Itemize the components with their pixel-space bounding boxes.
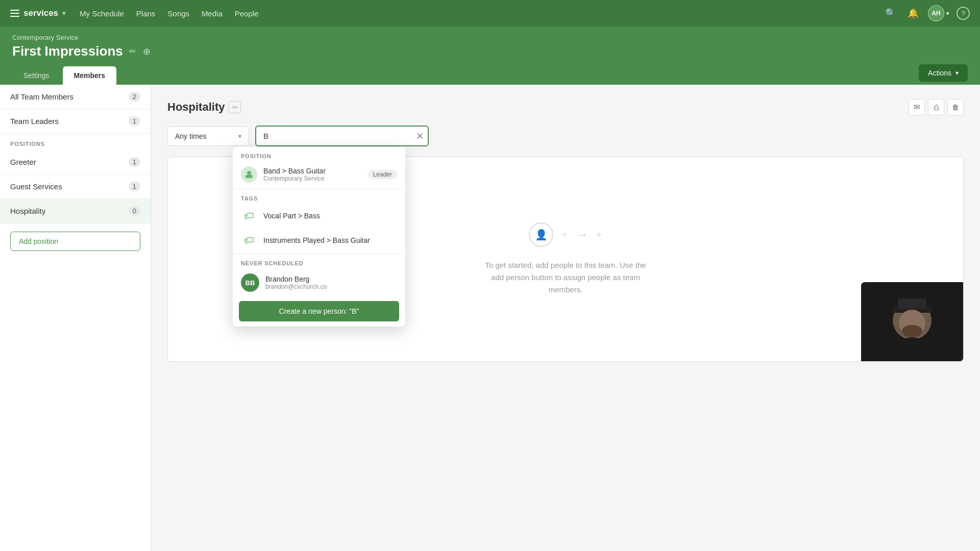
nav-link-people[interactable]: People: [235, 9, 259, 18]
brand-label: services: [23, 8, 58, 18]
plus-icon: +: [561, 229, 568, 241]
title-edit-icon-button[interactable]: ✏: [128, 45, 137, 57]
empty-state-icons: 👤 + → +: [529, 222, 602, 247]
never-scheduled-text: Brandon Berg brandon@cvchurch.co: [265, 275, 397, 290]
svg-point-5: [902, 325, 922, 337]
sidebar-item-hospitality[interactable]: Hospitality 0: [0, 199, 151, 223]
hospitality-badge: 0: [129, 206, 140, 216]
position-item-text: Band > Bass Guitar Contemporary Service: [263, 167, 362, 182]
arrow-right-icon: →: [576, 228, 588, 242]
actions-chevron-icon: ▾: [955, 69, 959, 77]
tab-settings[interactable]: Settings: [12, 66, 61, 85]
title-structure-icon-button[interactable]: ⊕: [142, 45, 152, 58]
guest-services-label: Guest Services: [10, 182, 62, 191]
position-item-sub: Contemporary Service: [263, 175, 362, 182]
time-filter-select[interactable]: Any times ▾: [167, 127, 249, 146]
search-container: ✕: [255, 126, 429, 146]
position-item-title: Band > Bass Guitar: [263, 167, 362, 175]
actions-button[interactable]: Actions ▾: [919, 64, 968, 82]
person-icon-circle: 👤: [529, 222, 553, 247]
tag-icon-1: 🏷: [241, 208, 257, 224]
help-icon-button[interactable]: ?: [957, 7, 970, 20]
empty-state-text: To get started, add people to this team.…: [479, 259, 652, 296]
create-person-button[interactable]: Create a new person: "B": [239, 301, 399, 321]
tag-icon-2: 🏷: [241, 232, 257, 248]
greeter-label: Greeter: [10, 158, 36, 166]
top-nav: services ▾ My Schedule Plans Songs Media…: [0, 0, 980, 27]
nav-brand[interactable]: services ▾: [10, 8, 65, 18]
main-layout: All Team Members 2 Team Leaders 1 POSITI…: [0, 85, 980, 551]
never-scheduled-name: Brandon Berg: [265, 275, 397, 283]
tabs-left: Settings Members: [12, 66, 116, 85]
sidebar-item-guest-services[interactable]: Guest Services 1: [0, 174, 151, 199]
all-team-badge: 2: [129, 92, 140, 102]
dropdown-divider-2: [233, 254, 405, 254]
search-icon-button[interactable]: 🔍: [883, 6, 898, 21]
actions-label: Actions: [928, 69, 951, 77]
search-dropdown: POSITION Band > Bass Guitar Contemporary…: [233, 147, 405, 327]
content-edit-icon: ✏: [229, 101, 241, 113]
content-action-buttons: ✉ ⎙ 🗑: [909, 99, 964, 115]
nav-link-songs[interactable]: Songs: [167, 9, 189, 18]
dropdown-tag-item-1[interactable]: 🏷 Vocal Part > Bass: [233, 204, 405, 228]
page-title-row: First Impressions ✏ ⊕: [12, 43, 968, 59]
content-header: Hospitality ✏ ✉ ⎙ 🗑: [167, 99, 964, 115]
sidebar-item-all-team[interactable]: All Team Members 2: [0, 85, 151, 109]
never-scheduled-avatar: BB: [241, 273, 259, 292]
plus-icon-2: +: [596, 229, 602, 241]
person-silhouette: [861, 282, 963, 361]
sidebar-item-team-leaders[interactable]: Team Leaders 1: [0, 109, 151, 134]
svg-point-7: [247, 171, 251, 175]
email-icon-button[interactable]: ✉: [909, 99, 925, 115]
team-leaders-badge: 1: [129, 116, 140, 126]
dropdown-tags-header: TAGS: [233, 190, 405, 204]
brand-chevron-icon: ▾: [62, 10, 65, 17]
svg-rect-3: [898, 298, 926, 309]
position-item-icon: [241, 166, 257, 183]
tab-members[interactable]: Members: [63, 66, 116, 85]
tabs-bar: Settings Members Actions ▾: [12, 64, 968, 85]
delete-icon-button[interactable]: 🗑: [947, 99, 964, 115]
sidebar-item-greeter[interactable]: Greeter 1: [0, 150, 151, 174]
header-band: Contemporary Service First Impressions ✏…: [0, 27, 980, 85]
filter-bar: Any times ▾ ✕: [167, 126, 964, 146]
dropdown-never-scheduled-header: NEVER SCHEDULED: [233, 255, 405, 268]
dropdown-divider-1: [233, 189, 405, 189]
dropdown-position-item[interactable]: Band > Bass Guitar Contemporary Service …: [233, 161, 405, 188]
dropdown-position-header: POSITION: [233, 147, 405, 161]
search-clear-button[interactable]: ✕: [416, 132, 424, 141]
avatar-chevron-icon: ▾: [946, 10, 949, 17]
nav-link-media[interactable]: Media: [202, 9, 223, 18]
dropdown-tag-item-2[interactable]: 🏷 Instruments Played > Bass Guitar: [233, 228, 405, 253]
nav-link-schedule[interactable]: My Schedule: [80, 9, 124, 18]
breadcrumb: Contemporary Service: [12, 34, 968, 41]
nav-link-plans[interactable]: Plans: [136, 9, 156, 18]
avatar: AH: [928, 5, 944, 21]
never-scheduled-email: brandon@cvchurch.co: [265, 283, 397, 290]
video-thumbnail: [861, 282, 963, 361]
bell-icon-button[interactable]: 🔔: [905, 6, 921, 21]
dropdown-never-scheduled-item[interactable]: BB Brandon Berg brandon@cvchurch.co: [233, 268, 405, 297]
print-icon-button[interactable]: ⎙: [928, 99, 944, 115]
nav-right-actions: 🔍 🔔 AH ▾ ?: [883, 5, 970, 21]
tag-item-2-label: Instruments Played > Bass Guitar: [263, 236, 370, 244]
content-edit-icon-button[interactable]: ✏: [229, 101, 241, 113]
video-inner: [861, 282, 963, 361]
add-position-button[interactable]: Add position: [10, 232, 140, 251]
position-item-badge: Leader: [368, 170, 397, 179]
nav-links: My Schedule Plans Songs Media People: [80, 9, 869, 18]
avatar-wrapper[interactable]: AH ▾: [928, 5, 949, 21]
sidebar: All Team Members 2 Team Leaders 1 POSITI…: [0, 85, 151, 551]
content-area: Hospitality ✏ ✉ ⎙ 🗑 Any times ▾ ✕: [151, 85, 980, 551]
svg-rect-8: [248, 175, 251, 178]
search-input[interactable]: [255, 126, 429, 146]
positions-section-label: POSITIONS: [0, 134, 151, 150]
tag-item-1-label: Vocal Part > Bass: [263, 212, 320, 220]
time-filter-chevron-icon: ▾: [238, 133, 241, 140]
time-filter-label: Any times: [175, 132, 206, 140]
guest-services-badge: 1: [129, 182, 140, 191]
page-title: First Impressions ✏ ⊕: [12, 43, 152, 59]
greeter-badge: 1: [129, 157, 140, 167]
hamburger-icon: [10, 10, 19, 17]
team-leaders-label: Team Leaders: [10, 117, 59, 126]
